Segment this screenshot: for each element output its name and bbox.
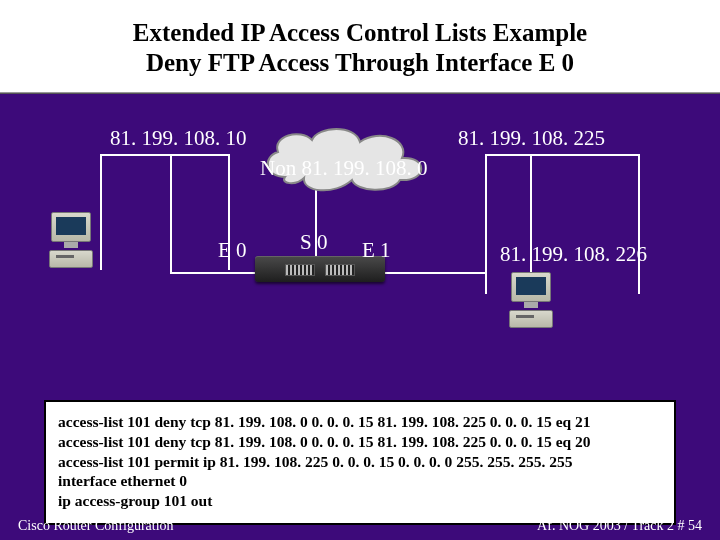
slide-footer: Cisco Router Configuration Af. NOG 2003 …: [0, 518, 720, 534]
link-left-bus-drop-left: [100, 154, 102, 270]
link-right-bus-drop-left: [485, 154, 487, 294]
acl-line: access-list 101 deny tcp 81. 199. 108. 0…: [58, 432, 662, 452]
footer-right: Af. NOG 2003 / Track 2 # 54: [537, 518, 702, 534]
ip-label-right-host: 81. 199. 108. 226: [500, 242, 647, 267]
title-line-2: Deny FTP Access Through Interface E 0: [146, 49, 574, 76]
link-e1: [385, 272, 485, 274]
link-right-bus: [485, 154, 640, 156]
link-e0: [170, 272, 256, 274]
cloud-label: Non 81. 199. 108. 0: [260, 156, 427, 181]
diagram-stage: 81. 199. 108. 10 81. 199. 108. 225 81. 1…: [0, 94, 720, 394]
iface-label-e0: E 0: [218, 238, 247, 263]
title-line-1: Extended IP Access Control Lists Example: [133, 19, 587, 46]
pc-right-icon: [508, 272, 554, 330]
link-right-host-drop: [530, 154, 532, 274]
acl-config-box: access-list 101 deny tcp 81. 199. 108. 0…: [44, 400, 676, 525]
slide-title: Extended IP Access Control Lists Example…: [20, 18, 700, 78]
ip-label-left-host: 81. 199. 108. 10: [110, 126, 247, 151]
pc-left-icon: [48, 212, 94, 270]
ip-label-right-subnet: 81. 199. 108. 225: [458, 126, 605, 151]
footer-left: Cisco Router Configuration: [18, 518, 174, 534]
link-left-host-drop: [170, 154, 172, 274]
link-right-bus-drop-right: [638, 154, 640, 294]
slide-header: Extended IP Access Control Lists Example…: [0, 0, 720, 92]
iface-label-s0: S 0: [300, 230, 327, 255]
link-left-bus: [100, 154, 230, 156]
acl-line: interface ethernet 0: [58, 471, 662, 491]
acl-line: ip access-group 101 out: [58, 491, 662, 511]
iface-label-e1: E 1: [362, 238, 391, 263]
acl-line: access-list 101 deny tcp 81. 199. 108. 0…: [58, 412, 662, 432]
acl-line: access-list 101 permit ip 81. 199. 108. …: [58, 452, 662, 472]
